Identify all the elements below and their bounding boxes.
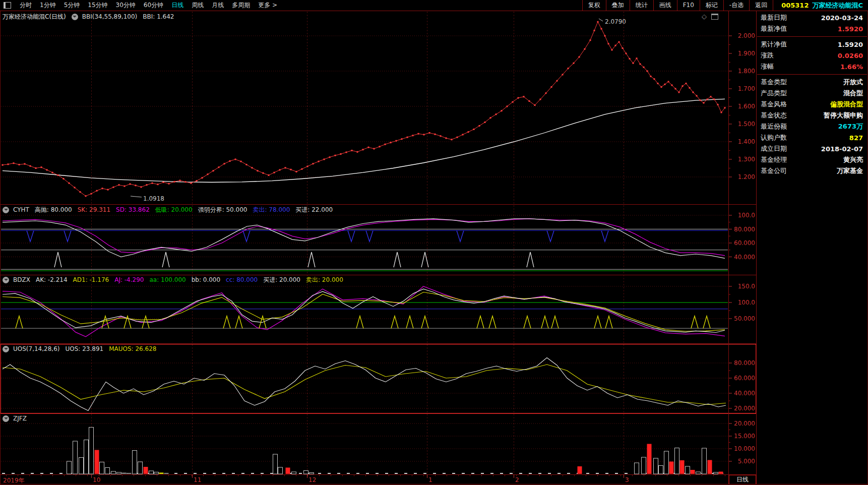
info-value: 万家基金 bbox=[837, 166, 863, 175]
header-text: UOS(7,14,28,6) bbox=[13, 345, 59, 352]
header-text: BDZX bbox=[13, 276, 30, 283]
svg-text:2.0790: 2.0790 bbox=[605, 18, 626, 25]
zjfz-axis-label: 5.000 bbox=[732, 458, 755, 465]
uos-axis-label: 20.000 bbox=[732, 405, 755, 412]
collapse-chevron-icon[interactable] bbox=[72, 14, 78, 20]
main-axis-label: 1.800 bbox=[732, 68, 755, 75]
info-value: 黄兴亮 bbox=[843, 155, 863, 164]
bdzx-header: BDZXAK: -2.214AD1: -1.176AJ: -4.290aa: 1… bbox=[3, 276, 349, 284]
info-separator bbox=[757, 36, 867, 37]
header-text: CYHT bbox=[13, 206, 29, 213]
header-text: 卖出: 20.000 bbox=[306, 276, 343, 284]
tool-button-statistics[interactable]: 统计 bbox=[630, 0, 653, 11]
info-row: 涨幅1.66% bbox=[757, 61, 867, 72]
header-text: AJ: -4.290 bbox=[114, 276, 144, 283]
collapse-chevron-icon[interactable] bbox=[3, 277, 9, 283]
uos-header: UOS(7,14,28,6)UOS: 23.891MAUOS: 26.628 bbox=[3, 345, 162, 353]
cyht-axis-label: 60.000 bbox=[732, 239, 755, 247]
info-label: 涨跌 bbox=[761, 51, 774, 60]
cyht-axis-label: 40.000 bbox=[732, 254, 755, 261]
zjfz-header: ZJFZ bbox=[3, 414, 32, 422]
header-text: ZJFZ bbox=[13, 415, 27, 422]
period-tab-30min[interactable]: 30分钟 bbox=[112, 0, 140, 11]
main-axis-label: 1.400 bbox=[732, 138, 755, 145]
time-axis-label: 11 bbox=[194, 476, 201, 483]
tool-button-draw-line[interactable]: 画线 bbox=[653, 0, 677, 11]
layout-icon[interactable] bbox=[4, 2, 11, 9]
info-value: 827 bbox=[849, 134, 863, 142]
tool-button-mark[interactable]: 标记 bbox=[700, 0, 723, 11]
info-row: 产品类型混合型 bbox=[757, 88, 867, 99]
header-text: 万家经济动能混C(日线) bbox=[3, 13, 66, 21]
period-tab-5min[interactable]: 5分钟 bbox=[60, 0, 84, 11]
instrument-label: 005312 万家经济动能混C bbox=[781, 1, 863, 10]
info-label: 基金类型 bbox=[761, 78, 787, 87]
period-tab-weekly[interactable]: 周线 bbox=[188, 0, 208, 11]
fund-name: 万家经济动能混C bbox=[812, 1, 863, 10]
header-text: bb: 0.000 bbox=[192, 276, 220, 283]
uos-axis-label: 60.000 bbox=[732, 375, 755, 382]
zjfz-axis-label: 15.000 bbox=[732, 433, 755, 440]
tool-button-f10[interactable]: F10 bbox=[677, 0, 700, 11]
collapse-chevron-icon[interactable] bbox=[3, 346, 9, 352]
header-text: 卖出: 78.000 bbox=[253, 206, 290, 214]
info-label: 最新日期 bbox=[761, 13, 787, 22]
collapse-chevron-icon[interactable] bbox=[3, 415, 9, 422]
info-label: 基金风格 bbox=[761, 100, 787, 109]
main-chart-header: 万家经济动能混C(日线)BBI(34,55,89,100)BBI: 1.642 bbox=[3, 13, 180, 21]
main-axis-label: 1.900 bbox=[732, 50, 755, 57]
period-tab-more[interactable]: 更多 > bbox=[254, 0, 281, 11]
info-value: 2020-03-24 bbox=[821, 14, 863, 22]
info-label: 最近份额 bbox=[761, 122, 787, 131]
main-axis-label: 1.300 bbox=[732, 156, 755, 163]
info-row: 基金风格偏股混合型 bbox=[757, 99, 867, 110]
cyht-axis-label: 80.000 bbox=[732, 226, 755, 233]
info-label: 产品类型 bbox=[761, 89, 787, 98]
info-value: 2673万 bbox=[838, 122, 863, 131]
header-text: SK: 29.311 bbox=[78, 206, 110, 213]
period-menu: 分时1分钟5分钟15分钟30分钟60分钟日线周线月线多周期更多 > bbox=[0, 0, 281, 11]
info-value: 2018-02-07 bbox=[821, 145, 863, 153]
period-tab-fenshi[interactable]: 分时 bbox=[16, 0, 36, 11]
time-axis-label: 2019年 bbox=[3, 476, 25, 485]
svg-text:1.0918: 1.0918 bbox=[143, 195, 164, 202]
diamond-icon[interactable]: ◇ bbox=[702, 13, 707, 20]
top-toolbar: 分时1分钟5分钟15分钟30分钟60分钟日线周线月线多周期更多 > 复权叠加统计… bbox=[0, 0, 868, 11]
info-row: 最新净值1.5920 bbox=[757, 23, 867, 34]
period-tab-multi-period[interactable]: 多周期 bbox=[228, 0, 254, 11]
period-tab-60min[interactable]: 60分钟 bbox=[140, 0, 167, 11]
tool-button-restore-rights[interactable]: 复权 bbox=[582, 0, 606, 11]
info-label: 基金经理 bbox=[761, 155, 787, 164]
time-axis-label: 1 bbox=[428, 476, 432, 483]
main-axis-label: 1.500 bbox=[732, 120, 755, 128]
trading-terminal: 分时1分钟5分钟15分钟30分钟60分钟日线周线月线多周期更多 > 复权叠加统计… bbox=[0, 0, 868, 485]
zjfz-axis-label: 10.000 bbox=[732, 445, 755, 452]
header-text: MAUOS: 26.628 bbox=[109, 345, 156, 352]
tool-button-overlay[interactable]: 叠加 bbox=[606, 0, 630, 11]
period-tab-monthly[interactable]: 月线 bbox=[208, 0, 228, 11]
header-text: AD1: -1.176 bbox=[73, 276, 109, 283]
period-tab-15min[interactable]: 15分钟 bbox=[84, 0, 111, 11]
bdzx-axis-label: 50.000 bbox=[732, 315, 755, 322]
info-label: 涨幅 bbox=[761, 62, 774, 71]
time-axis-label: 12 bbox=[308, 476, 316, 483]
period-tab-1min[interactable]: 1分钟 bbox=[36, 0, 60, 11]
bdzx-axis-label: 150.0 bbox=[732, 283, 755, 290]
header-text: aa: 100.000 bbox=[149, 276, 185, 283]
zjfz-axis-label: 20.000 bbox=[732, 420, 755, 427]
collapse-chevron-icon[interactable] bbox=[3, 207, 9, 213]
info-row: 累计净值1.5920 bbox=[757, 39, 867, 50]
window-icon[interactable] bbox=[711, 14, 718, 20]
info-separator bbox=[757, 74, 867, 75]
info-value: 偏股混合型 bbox=[830, 100, 863, 109]
fund-code: 005312 bbox=[781, 2, 809, 9]
bottom-period-daily[interactable]: 日线 bbox=[729, 475, 756, 484]
period-tab-daily[interactable]: 日线 bbox=[167, 0, 188, 11]
uos-axis-label: 40.000 bbox=[732, 390, 755, 397]
tool-button-self-select[interactable]: -自选 bbox=[723, 0, 749, 11]
header-text: 买进: 20.000 bbox=[263, 276, 300, 284]
header-text: cc: 80.000 bbox=[226, 276, 258, 283]
main-axis-label: 2.000 bbox=[732, 32, 755, 39]
header-text: BBI: 1.642 bbox=[143, 13, 174, 20]
tool-button-back[interactable]: 返回 bbox=[749, 0, 773, 11]
